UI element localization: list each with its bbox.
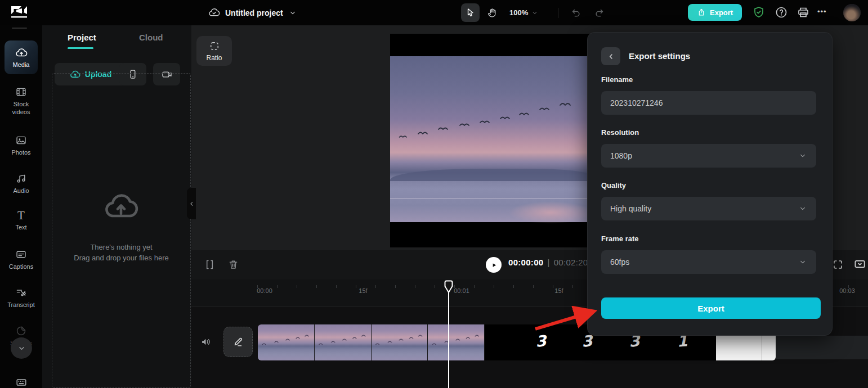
chevron-down-icon [798, 204, 807, 213]
video-scene [390, 56, 590, 222]
transcript-icon [15, 287, 27, 299]
redo-button[interactable] [590, 3, 609, 22]
chevron-left-icon [607, 52, 615, 61]
chevron-down-icon [288, 8, 297, 17]
undo-button[interactable] [566, 3, 585, 22]
sidebar-item-media[interactable]: Media [5, 40, 38, 74]
sidebar-item-photos[interactable]: Photos [0, 134, 42, 157]
delete-button[interactable] [227, 259, 239, 270]
export-button-label: Export [710, 8, 733, 17]
project-title-menu[interactable]: Untitled project [208, 0, 297, 25]
fit-timeline-button[interactable] [832, 259, 844, 270]
ruler-label: 15f [554, 287, 563, 294]
ruler-tick [356, 285, 356, 288]
film-icon [15, 86, 27, 98]
project-title: Untitled project [225, 8, 283, 17]
hand-tool-button[interactable] [483, 3, 502, 22]
ruler-tick [395, 285, 396, 288]
sidebar-item-captions[interactable]: Captions [0, 249, 42, 271]
panel-back-button[interactable] [601, 47, 620, 65]
export-confirm-button[interactable]: Export [601, 297, 821, 319]
sidebar-item-transcript[interactable]: Transcript [0, 287, 42, 309]
speaker-icon [200, 336, 212, 348]
framerate-value: 60fps [610, 258, 629, 267]
more-menu-button[interactable]: ••• [817, 7, 827, 16]
resolution-select[interactable]: 1080p [601, 144, 816, 168]
filename-input[interactable]: 202310271246 [601, 91, 816, 115]
help-icon [775, 6, 788, 19]
trash-icon [227, 259, 239, 270]
framerate-select[interactable]: 60fps [601, 250, 816, 274]
ruler-label: 15f [359, 287, 367, 294]
ruler-label: 00:01 [454, 287, 469, 294]
preview-quality-button[interactable] [853, 258, 866, 271]
sidebar-item-audio[interactable]: Audio [0, 173, 42, 195]
play-button[interactable] [486, 257, 502, 273]
tab-cloud[interactable]: Cloud [139, 33, 163, 42]
sidebar-item-stock-videos[interactable]: Stock videos [0, 86, 42, 116]
clip-thumbnail [372, 324, 428, 360]
chevron-down-icon [17, 344, 26, 353]
fit-icon [832, 259, 844, 270]
capcut-logo [9, 4, 29, 20]
clip-thumbnail [315, 324, 372, 360]
media-panel: Project Cloud Upload There's nothing yet… [42, 25, 191, 388]
safety-shield-button[interactable] [752, 6, 766, 19]
ruler-tick [553, 285, 553, 288]
rail-scroll-down-button[interactable] [11, 337, 32, 359]
playhead-line[interactable] [448, 281, 449, 388]
timecode-total: 00:02:20 [554, 258, 588, 267]
sidebar-item-label: Transcript [7, 301, 35, 309]
ruler-label: 00:03 [839, 287, 855, 294]
sticker-icon [15, 325, 27, 337]
sidebar-item-label: Photos [11, 149, 30, 157]
dropzone[interactable]: There's nothing yet Drag and drop your f… [52, 73, 191, 388]
play-icon [490, 261, 498, 269]
panel-collapse-handle[interactable] [187, 188, 196, 219]
media-cloud-icon [15, 47, 28, 59]
ratio-icon [209, 40, 220, 52]
draw-cover-button[interactable] [223, 327, 253, 357]
export-button-top[interactable]: Export [688, 4, 742, 21]
tab-active-underline [68, 47, 93, 49]
quality-select[interactable]: High quality [601, 197, 816, 220]
playhead-handle[interactable] [444, 280, 453, 294]
cursor-tool-button[interactable] [461, 3, 480, 22]
text-icon: T [17, 210, 25, 221]
ratio-label: Ratio [206, 54, 222, 62]
split-button[interactable] [204, 259, 216, 270]
clip-thumbnail [258, 324, 315, 360]
sidebar-item-shortcuts[interactable] [0, 376, 42, 388]
music-icon [15, 173, 27, 184]
chevron-down-icon [531, 9, 539, 17]
zoom-level-menu[interactable]: 100% [509, 0, 539, 25]
chevron-left-icon [188, 200, 195, 207]
ruler-tick [494, 285, 494, 288]
export-settings-panel: Export settings Filename 202310271246 Re… [587, 32, 833, 336]
ruler-tick [336, 285, 337, 288]
sidebar-item-text[interactable]: T Text [0, 210, 42, 232]
resolution-label: Resolution [601, 128, 639, 137]
shoreline [390, 198, 590, 199]
split-icon [204, 259, 216, 270]
tab-project[interactable]: Project [68, 33, 96, 42]
ruler-tick [375, 285, 376, 288]
ruler-tick [513, 285, 514, 288]
rail-divider [12, 28, 27, 29]
cursor-icon [464, 7, 476, 19]
top-bar: Untitled project 100% Export [0, 0, 868, 25]
export-list-button[interactable] [797, 6, 810, 19]
avatar[interactable] [843, 4, 861, 21]
countdown-number: 3 [535, 332, 547, 350]
ratio-button[interactable]: Ratio [196, 36, 232, 66]
quality-value: High quality [610, 204, 651, 213]
undo-icon [570, 7, 581, 19]
timecode-current: 00:00:00 [508, 258, 543, 267]
ruler-tick [415, 285, 415, 288]
timecode-separator: | [547, 258, 549, 267]
zoom-level: 100% [509, 8, 528, 17]
timecode: 00:00:00 | 00:02:20 [508, 258, 588, 267]
sidebar-item-label: Text [15, 224, 26, 232]
help-button[interactable] [775, 6, 788, 19]
mute-track-button[interactable] [200, 336, 212, 348]
